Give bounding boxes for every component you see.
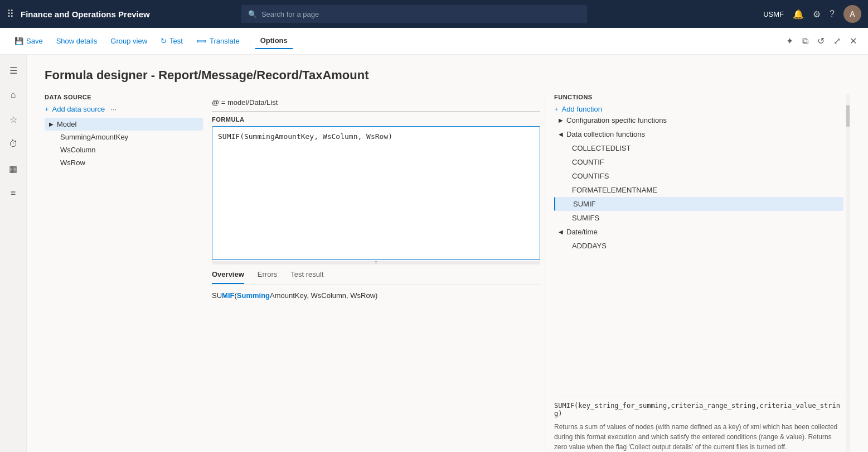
show-details-button[interactable]: Show details (51, 33, 103, 49)
nav-right: USMF 🔔 ⚙ ? A (763, 5, 861, 23)
refresh-button[interactable]: ↺ (815, 33, 827, 49)
func-leaf-collectedlist[interactable]: COLLECTEDLIST (554, 141, 843, 155)
formula-label: FORMULA (212, 116, 540, 123)
bell-button[interactable]: 🔔 (793, 9, 804, 20)
separator (250, 35, 250, 48)
func-group-label: Configuration specific functions (566, 116, 667, 124)
close-button[interactable]: ✕ (847, 33, 859, 49)
tree-item-label: Model (57, 120, 76, 128)
func-leaf-adddays[interactable]: ADDDAYS (554, 239, 843, 253)
func-group-label: Date/time (566, 228, 598, 236)
chevron-down-icon: ◀ (559, 229, 563, 235)
gear-button[interactable]: ⚙ (813, 9, 821, 20)
tree-item-label: WsRow (60, 158, 85, 167)
tree-item-label: WsColumn (60, 146, 96, 154)
func-group-datacollection[interactable]: ◀ Data collection functions (554, 127, 843, 141)
chevron-right-icon: ▶ (559, 117, 563, 123)
tab-errors[interactable]: Errors (258, 266, 277, 284)
more-options-icon[interactable]: ··· (110, 105, 117, 113)
sidebar-recent[interactable]: ⏱ (2, 133, 25, 155)
test-button[interactable]: ↻ Test (155, 33, 188, 49)
save-icon: 💾 (14, 37, 23, 45)
search-icon: 🔍 (248, 10, 257, 18)
search-bar[interactable]: 🔍 (241, 5, 587, 23)
formula-path: @ = model/Data/List (212, 94, 540, 112)
sidebar-icons: ☰ ⌂ ☆ ⏱ ▦ ≡ (0, 55, 27, 452)
preview-text-summing: Summing (237, 291, 270, 300)
formula-textarea[interactable]: SUMIF(SummingAmountKey, WsColumn, WsRow) (212, 126, 540, 260)
sidebar-favorites[interactable]: ☆ (2, 108, 25, 131)
resize-handle[interactable]: = (212, 261, 540, 265)
sidebar-workspaces[interactable]: ▦ (2, 157, 25, 180)
scrollbar-thumb[interactable] (846, 105, 850, 127)
sidebar-home[interactable]: ⌂ (2, 84, 25, 106)
group-view-button[interactable]: Group view (105, 33, 153, 49)
tree-item-summingamountkey[interactable]: SummingAmountKey (45, 131, 203, 143)
tab-overview[interactable]: Overview (212, 266, 244, 284)
func-description: Returns a sum of values of nodes (with n… (554, 422, 846, 452)
expand-button[interactable]: ⤢ (831, 33, 843, 49)
formula-pane: @ = model/Data/List FORMULA SUMIF(Summin… (212, 94, 545, 452)
add-datasource-label: Add data source (52, 105, 105, 113)
two-pane-layout: DATA SOURCE + Add data source ··· ▶ Mode… (45, 94, 850, 452)
open-new-button[interactable]: ⧉ (800, 34, 811, 49)
add-function-label: Add function (562, 105, 602, 113)
func-description-box: SUMIF(key_string_for_summing,criteria_ra… (554, 396, 846, 452)
functions-title: FUNCTIONS (554, 94, 846, 100)
search-input[interactable] (261, 10, 580, 18)
preview-text-rest: AmountKey, WsColumn, WsRow) (270, 291, 377, 300)
top-navigation: ⠿ Finance and Operations Preview 🔍 USMF … (0, 0, 868, 28)
func-leaf-formatelementname[interactable]: FORMATELEMENTNAME (554, 183, 843, 197)
functions-pane: FUNCTIONS + Add function ▶ Configuration… (545, 94, 846, 452)
translate-button[interactable]: ⟺ Translate (191, 33, 245, 49)
page-title: Formula designer - Report/Message/Record… (45, 68, 850, 83)
func-group-datetime[interactable]: ◀ Date/time (554, 225, 843, 239)
sidebar-hamburger[interactable]: ☰ (2, 59, 25, 81)
user-label: USMF (763, 10, 784, 18)
command-bar: 💾 Save Show details Group view ↻ Test ⟺ … (0, 28, 868, 55)
functions-tree: ▶ Configuration specific functions ◀ Dat… (554, 113, 846, 391)
translate-icon: ⟺ (196, 37, 207, 45)
refresh-icon: ↻ (161, 37, 167, 45)
save-button[interactable]: 💾 Save (9, 33, 49, 49)
tabs-bar: Overview Errors Test result (212, 266, 540, 285)
main-layout: ☰ ⌂ ☆ ⏱ ▦ ≡ Formula designer - Report/Me… (0, 55, 868, 452)
avatar-letter: A (850, 9, 855, 18)
tree-item-model[interactable]: ▶ Model (45, 118, 203, 131)
preview-text-su: SU (212, 291, 222, 300)
chevron-right-icon: ▶ (49, 121, 54, 127)
content-area: Formula designer - Report/Message/Record… (27, 55, 868, 452)
app-title: Finance and Operations Preview (21, 9, 150, 19)
add-datasource-button[interactable]: + Add data source ··· (45, 105, 203, 113)
formula-preview: SUMIF(SummingAmountKey, WsColumn, WsRow) (212, 291, 540, 300)
tab-test-result[interactable]: Test result (290, 266, 323, 284)
avatar[interactable]: A (843, 5, 861, 23)
sidebar-modules[interactable]: ≡ (2, 182, 25, 204)
data-source-title: DATA SOURCE (45, 94, 203, 100)
plus-icon: + (45, 105, 49, 113)
func-leaf-sumif[interactable]: SUMIF (554, 197, 843, 211)
tree-item-label: SummingAmountKey (60, 133, 128, 141)
pin-button[interactable]: ✦ (784, 33, 796, 49)
options-button[interactable]: Options (255, 33, 293, 49)
help-button[interactable]: ? (830, 9, 835, 19)
func-group-config[interactable]: ▶ Configuration specific functions (554, 113, 843, 127)
add-function-button[interactable]: + Add function (554, 105, 846, 113)
func-group-label: Data collection functions (566, 130, 645, 138)
func-leaf-countifs[interactable]: COUNTIFS (554, 169, 843, 183)
tree-item-wsrow[interactable]: WsRow (45, 156, 203, 169)
func-leaf-countif[interactable]: COUNTIF (554, 155, 843, 169)
preview-text-mif: MIF (222, 291, 234, 300)
scrollbar[interactable] (846, 94, 850, 452)
cmd-right-actions: ✦ ⧉ ↺ ⤢ ✕ (784, 33, 859, 49)
plus-icon: + (554, 105, 559, 113)
grid-icon[interactable]: ⠿ (7, 8, 14, 20)
left-pane: DATA SOURCE + Add data source ··· ▶ Mode… (45, 94, 212, 452)
chevron-down-icon: ◀ (559, 131, 563, 137)
func-signature: SUMIF(key_string_for_summing,criteria_ra… (554, 402, 846, 417)
func-leaf-sumifs[interactable]: SUMIFS (554, 211, 843, 225)
tree-item-wscolumn[interactable]: WsColumn (45, 143, 203, 156)
